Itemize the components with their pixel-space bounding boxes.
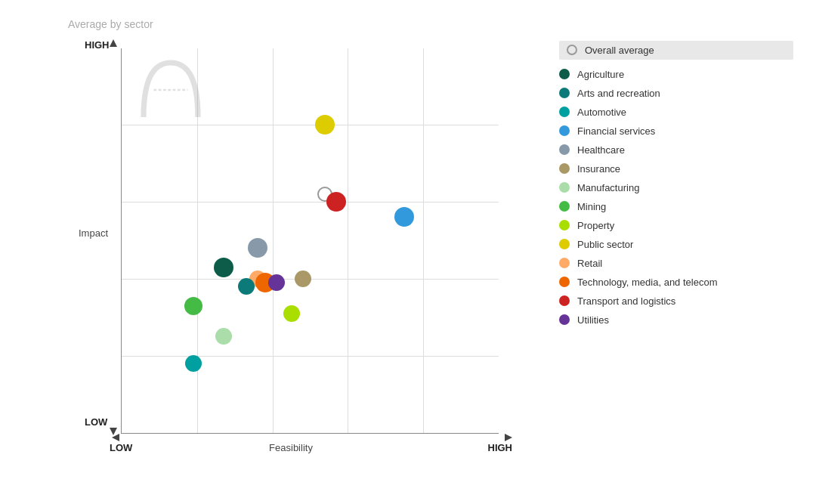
legend-item: Transport and logistics: [559, 295, 793, 307]
legend-item: Technology, media, and telecom: [559, 277, 793, 288]
chart-area: Average by sector HIGH LOW Impact LOW HI…: [23, 18, 536, 487]
legend-item-label: Utilities: [577, 314, 609, 326]
grid-v-3: [348, 48, 348, 433]
legend-item-label: Financial services: [577, 125, 655, 137]
x-arrow-left-icon: [112, 434, 119, 441]
sector-dot: [268, 274, 285, 291]
legend-item-label: Mining: [577, 201, 606, 212]
y-low-label: LOW: [85, 416, 107, 428]
legend-item: Insurance: [559, 163, 793, 175]
sector-dot: [394, 207, 414, 227]
chart-inner: HIGH LOW Impact LOW HIGH Feasibility: [68, 33, 514, 456]
legend-item: Retail: [559, 258, 793, 269]
legend-dot-icon: [559, 201, 570, 212]
legend-item-label: Insurance: [577, 163, 620, 175]
legend-item: Property: [559, 220, 793, 231]
chart-title: Average by sector: [68, 18, 536, 30]
y-axis-label: Impact: [79, 227, 108, 239]
legend-item-label: Retail: [577, 258, 602, 269]
legend-item: Financial services: [559, 125, 793, 137]
grid-v-2: [273, 48, 274, 433]
legend-dot-icon: [559, 88, 570, 98]
plot-area: [121, 48, 499, 434]
legend-item-label: Public sector: [577, 239, 633, 250]
legend-item: Mining: [559, 201, 793, 212]
legend-dot-icon: [559, 182, 570, 193]
sector-dot: [295, 271, 311, 287]
legend-dot-icon: [559, 69, 570, 79]
overall-average-icon: [567, 45, 577, 55]
sector-dot: [238, 278, 255, 295]
legend-item-label: Technology, media, and telecom: [577, 277, 717, 288]
legend-item-label: Healthcare: [577, 144, 625, 156]
legend-dot-icon: [559, 258, 570, 268]
grid-h-2: [122, 202, 499, 203]
sector-dot: [315, 115, 335, 135]
overall-average-label: Overall average: [585, 45, 654, 56]
legend: Overall average Agriculture Arts and rec…: [536, 18, 793, 333]
x-high-label: HIGH: [488, 442, 513, 453]
legend-item: Public sector: [559, 239, 793, 250]
sector-dot: [326, 192, 346, 212]
legend-dot-icon: [559, 163, 570, 174]
legend-item-label: Automotive: [577, 107, 626, 118]
legend-item-label: Property: [577, 220, 614, 231]
sector-dot: [184, 297, 202, 315]
legend-dot-icon: [559, 220, 570, 230]
legend-item-label: Transport and logistics: [577, 295, 675, 307]
legend-item: Arts and recreation: [559, 88, 793, 99]
legend-dot-icon: [559, 295, 570, 306]
legend-item: Agriculture: [559, 69, 793, 80]
legend-item: Automotive: [559, 107, 793, 118]
legend-item-label: Arts and recreation: [577, 88, 660, 99]
sector-dot: [248, 238, 267, 258]
sector-dot: [214, 258, 233, 277]
main-container: Average by sector HIGH LOW Impact LOW HI…: [8, 11, 808, 494]
legend-dot-icon: [559, 107, 570, 117]
legend-items: Agriculture Arts and recreation Automoti…: [559, 69, 793, 326]
legend-item-label: Manufacturing: [577, 182, 639, 193]
sector-dot: [185, 355, 202, 372]
legend-header: Overall average: [559, 41, 793, 60]
x-axis-label: Feasibility: [269, 442, 313, 453]
x-low-label: LOW: [110, 442, 132, 453]
legend-item: Healthcare: [559, 144, 793, 156]
legend-item: Utilities: [559, 314, 793, 326]
legend-dot-icon: [559, 277, 570, 287]
grid-v-4: [423, 48, 424, 433]
legend-item-label: Agriculture: [577, 69, 624, 80]
y-high-label: HIGH: [85, 39, 110, 51]
grid-h-4: [122, 356, 499, 357]
legend-dot-icon: [559, 239, 570, 249]
sector-dot: [283, 305, 300, 322]
legend-dot-icon: [559, 125, 570, 136]
y-arrow-up-icon: [110, 39, 117, 47]
legend-item: Manufacturing: [559, 182, 793, 193]
legend-dot-icon: [559, 314, 570, 325]
arch-background-icon: [137, 56, 205, 124]
legend-dot-icon: [559, 144, 570, 155]
sector-dot: [215, 328, 232, 345]
x-arrow-right-icon: [505, 434, 512, 441]
grid-h-1: [122, 125, 499, 125]
